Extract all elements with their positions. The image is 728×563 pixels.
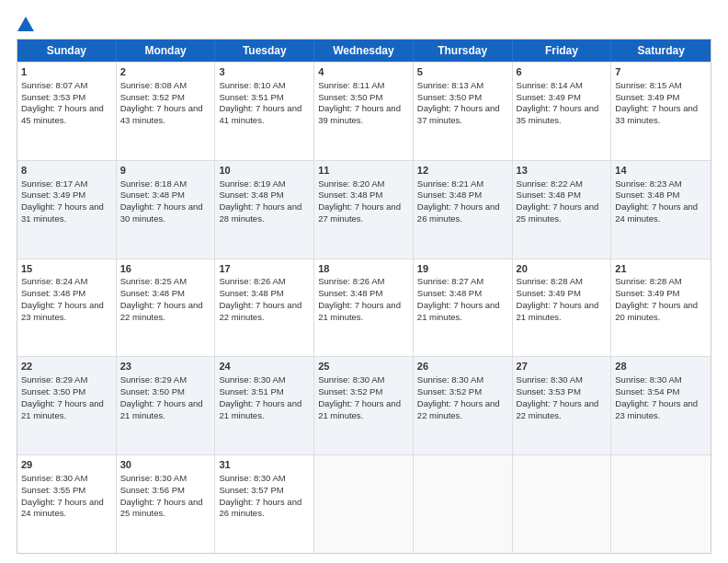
day-number: 30 bbox=[120, 458, 211, 472]
day-cell-29: 29Sunrise: 8:30 AMSunset: 3:55 PMDayligh… bbox=[17, 455, 117, 553]
daylight-text: Daylight: 7 hours and 30 minutes. bbox=[120, 201, 203, 224]
day-cell-24: 24Sunrise: 8:30 AMSunset: 3:51 PMDayligh… bbox=[215, 357, 314, 454]
day-number: 23 bbox=[120, 360, 211, 373]
sunrise-text: Sunrise: 8:30 AM bbox=[615, 374, 681, 385]
daylight-text: Daylight: 7 hours and 21 minutes. bbox=[219, 398, 301, 420]
day-number: 5 bbox=[417, 65, 508, 79]
week-row-4: 22Sunrise: 8:29 AMSunset: 3:50 PMDayligh… bbox=[17, 356, 711, 454]
daylight-text: Daylight: 7 hours and 22 minutes. bbox=[120, 300, 203, 322]
day-cell-9: 9Sunrise: 8:18 AMSunset: 3:48 PMDaylight… bbox=[117, 161, 216, 259]
week-row-3: 15Sunrise: 8:24 AMSunset: 3:48 PMDayligh… bbox=[17, 259, 711, 357]
sunrise-text: Sunrise: 8:23 AM bbox=[615, 178, 681, 189]
day-number: 26 bbox=[417, 360, 508, 373]
day-number: 12 bbox=[417, 164, 508, 178]
calendar: SundayMondayTuesdayWednesdayThursdayFrid… bbox=[17, 39, 711, 554]
sunrise-text: Sunrise: 8:28 AM bbox=[615, 276, 681, 286]
logo-icon bbox=[17, 17, 34, 31]
day-cell-1: 1Sunrise: 8:07 AMSunset: 3:53 PMDaylight… bbox=[17, 63, 117, 160]
day-cell-19: 19Sunrise: 8:27 AMSunset: 3:48 PMDayligh… bbox=[414, 259, 513, 357]
daylight-text: Daylight: 7 hours and 24 minutes. bbox=[615, 201, 698, 224]
daylight-text: Daylight: 7 hours and 22 minutes. bbox=[219, 300, 301, 322]
sunset-text: Sunset: 3:53 PM bbox=[517, 386, 581, 396]
sunrise-text: Sunrise: 8:30 AM bbox=[120, 473, 187, 483]
daylight-text: Daylight: 7 hours and 25 minutes. bbox=[517, 201, 599, 224]
sunset-text: Sunset: 3:48 PM bbox=[318, 288, 382, 298]
daylight-text: Daylight: 7 hours and 25 minutes. bbox=[120, 497, 203, 519]
day-number: 24 bbox=[219, 360, 310, 373]
daylight-text: Daylight: 7 hours and 22 minutes. bbox=[417, 398, 500, 420]
sunrise-text: Sunrise: 8:20 AM bbox=[318, 178, 384, 189]
day-cell-15: 15Sunrise: 8:24 AMSunset: 3:48 PMDayligh… bbox=[17, 259, 117, 357]
header-day-wednesday: Wednesday bbox=[314, 40, 414, 62]
header-day-saturday: Saturday bbox=[611, 40, 711, 62]
sunrise-text: Sunrise: 8:08 AM bbox=[120, 80, 187, 90]
sunset-text: Sunset: 3:50 PM bbox=[120, 386, 185, 396]
header bbox=[17, 17, 711, 31]
day-cell-14: 14Sunrise: 8:23 AMSunset: 3:48 PMDayligh… bbox=[611, 161, 711, 259]
calendar-body: 1Sunrise: 8:07 AMSunset: 3:53 PMDaylight… bbox=[17, 62, 711, 553]
day-number: 21 bbox=[615, 262, 707, 276]
day-cell-6: 6Sunrise: 8:14 AMSunset: 3:49 PMDaylight… bbox=[513, 63, 612, 160]
day-number: 18 bbox=[318, 262, 409, 276]
header-day-thursday: Thursday bbox=[414, 40, 513, 62]
day-cell-13: 13Sunrise: 8:22 AMSunset: 3:48 PMDayligh… bbox=[513, 161, 612, 259]
sunrise-text: Sunrise: 8:28 AM bbox=[517, 276, 583, 286]
sunset-text: Sunset: 3:48 PM bbox=[417, 288, 482, 298]
sunrise-text: Sunrise: 8:18 AM bbox=[120, 178, 187, 189]
sunrise-text: Sunrise: 8:07 AM bbox=[21, 80, 87, 90]
day-cell-18: 18Sunrise: 8:26 AMSunset: 3:48 PMDayligh… bbox=[314, 259, 414, 357]
header-day-sunday: Sunday bbox=[17, 40, 117, 62]
daylight-text: Daylight: 7 hours and 21 minutes. bbox=[21, 398, 104, 420]
sunset-text: Sunset: 3:48 PM bbox=[219, 190, 283, 200]
sunrise-text: Sunrise: 8:17 AM bbox=[21, 178, 87, 189]
day-cell-16: 16Sunrise: 8:25 AMSunset: 3:48 PMDayligh… bbox=[117, 259, 216, 357]
day-cell-21: 21Sunrise: 8:28 AMSunset: 3:49 PMDayligh… bbox=[611, 259, 711, 357]
sunset-text: Sunset: 3:49 PM bbox=[21, 190, 85, 200]
daylight-text: Daylight: 7 hours and 23 minutes. bbox=[21, 300, 104, 322]
day-cell-27: 27Sunrise: 8:30 AMSunset: 3:53 PMDayligh… bbox=[513, 357, 612, 454]
daylight-text: Daylight: 7 hours and 26 minutes. bbox=[219, 497, 301, 519]
sunrise-text: Sunrise: 8:25 AM bbox=[120, 276, 187, 286]
sunset-text: Sunset: 3:52 PM bbox=[318, 386, 382, 396]
sunset-text: Sunset: 3:48 PM bbox=[517, 190, 581, 200]
calendar-header: SundayMondayTuesdayWednesdayThursdayFrid… bbox=[17, 40, 711, 62]
sunrise-text: Sunrise: 8:14 AM bbox=[517, 80, 583, 90]
day-number: 2 bbox=[120, 65, 211, 79]
day-number: 4 bbox=[318, 65, 409, 79]
day-number: 8 bbox=[21, 164, 112, 178]
day-cell-20: 20Sunrise: 8:28 AMSunset: 3:49 PMDayligh… bbox=[513, 259, 612, 357]
day-cell-10: 10Sunrise: 8:19 AMSunset: 3:48 PMDayligh… bbox=[215, 161, 314, 259]
sunset-text: Sunset: 3:49 PM bbox=[615, 92, 679, 102]
sunset-text: Sunset: 3:50 PM bbox=[21, 386, 85, 396]
sunset-text: Sunset: 3:52 PM bbox=[417, 386, 482, 396]
day-cell-8: 8Sunrise: 8:17 AMSunset: 3:49 PMDaylight… bbox=[17, 161, 117, 259]
daylight-text: Daylight: 7 hours and 37 minutes. bbox=[417, 103, 500, 125]
svg-marker-0 bbox=[17, 17, 34, 31]
daylight-text: Daylight: 7 hours and 35 minutes. bbox=[517, 103, 599, 125]
empty-cell bbox=[414, 455, 513, 553]
sunset-text: Sunset: 3:49 PM bbox=[517, 92, 581, 102]
day-cell-5: 5Sunrise: 8:13 AMSunset: 3:50 PMDaylight… bbox=[414, 63, 513, 160]
day-cell-26: 26Sunrise: 8:30 AMSunset: 3:52 PMDayligh… bbox=[414, 357, 513, 454]
sunset-text: Sunset: 3:52 PM bbox=[120, 92, 185, 102]
sunset-text: Sunset: 3:48 PM bbox=[21, 288, 85, 298]
day-cell-22: 22Sunrise: 8:29 AMSunset: 3:50 PMDayligh… bbox=[17, 357, 117, 454]
sunrise-text: Sunrise: 8:30 AM bbox=[21, 473, 87, 483]
sunset-text: Sunset: 3:50 PM bbox=[417, 92, 482, 102]
sunrise-text: Sunrise: 8:13 AM bbox=[417, 80, 483, 90]
sunrise-text: Sunrise: 8:30 AM bbox=[517, 374, 583, 385]
sunrise-text: Sunrise: 8:30 AM bbox=[219, 473, 285, 483]
day-cell-30: 30Sunrise: 8:30 AMSunset: 3:56 PMDayligh… bbox=[117, 455, 216, 553]
sunset-text: Sunset: 3:48 PM bbox=[219, 288, 283, 298]
day-number: 25 bbox=[318, 360, 409, 373]
daylight-text: Daylight: 7 hours and 33 minutes. bbox=[615, 103, 698, 125]
sunrise-text: Sunrise: 8:11 AM bbox=[318, 80, 384, 90]
sunset-text: Sunset: 3:57 PM bbox=[219, 485, 283, 495]
day-number: 29 bbox=[21, 458, 112, 472]
daylight-text: Daylight: 7 hours and 21 minutes. bbox=[120, 398, 203, 420]
day-cell-7: 7Sunrise: 8:15 AMSunset: 3:49 PMDaylight… bbox=[611, 63, 711, 160]
sunset-text: Sunset: 3:49 PM bbox=[615, 288, 679, 298]
day-number: 27 bbox=[517, 360, 608, 373]
day-number: 11 bbox=[318, 164, 409, 178]
day-number: 7 bbox=[615, 65, 707, 79]
